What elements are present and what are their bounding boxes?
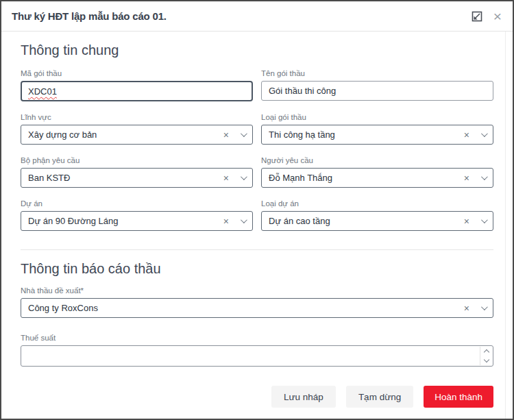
expand-icon[interactable] [472,11,482,22]
field-du-an: Dự án Dự án 90 Đường Láng × [21,199,253,231]
field-loai-goi-thau: Loại gói thầu Thi công hạ tầng × [261,113,493,145]
clear-icon[interactable]: × [464,217,469,226]
clear-icon[interactable]: × [464,130,469,140]
du-an-select[interactable]: Dự án 90 Đường Láng × [21,211,253,231]
field-label: Bộ phận yêu cầu [21,156,253,164]
chevron-down-icon[interactable] [481,173,488,180]
spinner-down-icon[interactable] [483,357,489,362]
complete-button[interactable]: Hoàn thành [424,386,493,408]
nha-thau-de-xuat-select[interactable]: Công ty RoxCons × [21,298,493,318]
field-nguoi-yeu-cau: Người yêu cầu Đỗ Mạnh Thắng × [261,156,493,188]
chevron-down-icon[interactable] [481,304,488,310]
clear-icon[interactable]: × [223,217,229,226]
nguoi-yeu-cau-select[interactable]: Đỗ Mạnh Thắng × [261,168,493,188]
section-divider [21,249,493,250]
loai-du-an-select[interactable]: Dự án cao tầng × [261,211,493,231]
select-value: Dự án cao tầng [269,216,464,226]
select-value: Ban KSTĐ [28,173,223,183]
chevron-down-icon[interactable] [241,173,247,180]
scrollbar-track[interactable] [505,32,506,419]
clear-icon[interactable]: × [223,130,229,140]
header-icons: × [472,11,502,22]
loai-goi-thau-select[interactable]: Thi công hạ tầng × [261,125,493,145]
select-value: Dự án 90 Đường Láng [28,216,223,226]
field-label: Thuế suất [21,334,493,342]
section-title-report: Thông tin báo cáo thầu [21,261,493,277]
field-label: Loại dự án [261,199,493,208]
select-value: Xây dựng cơ bản [28,129,223,140]
field-bo-phan-yeu-cau: Bộ phận yêu cầu Ban KSTĐ × [21,156,253,188]
dialog-title: Thư ký HĐT lập mẫu báo cáo 01. [12,10,167,22]
save-draft-button[interactable]: Lưu nháp [271,386,336,408]
field-label: Lĩnh vực [21,113,253,121]
dialog-header: Thư ký HĐT lập mẫu báo cáo 01. × [1,1,513,32]
field-loai-du-an: Loại dự án Dự án cao tầng × [261,199,493,231]
clear-icon[interactable]: × [464,173,469,183]
thue-suat-input[interactable] [21,345,493,367]
section-title-general: Thông tin chung [21,42,493,58]
select-value: Công ty RoxCons [28,303,464,313]
field-label: Tên gói thầu [261,69,493,77]
number-spinner [480,347,492,365]
field-label: Người yêu cầu [261,156,493,164]
chevron-down-icon[interactable] [241,130,247,137]
chevron-down-icon[interactable] [241,217,247,223]
field-nha-thau-de-xuat: Nhà thầu đề xuất* Công ty RoxCons × [21,286,493,318]
field-linh-vuc: Lĩnh vực Xây dựng cơ bản × [21,113,253,145]
close-icon[interactable]: × [493,11,502,22]
general-fields-grid: Mã gói thầu XDC01 Tên gói thầu Lĩnh vực … [21,69,493,231]
ma-goi-thau-value: XDC01 [28,86,57,97]
pause-button[interactable]: Tạm dừng [346,386,413,408]
field-label: Loại gói thầu [261,113,493,121]
select-value: Đỗ Mạnh Thắng [269,173,464,183]
field-label: Mã gói thầu [21,69,253,77]
dialog-footer: Lưu nháp Tạm dừng Hoàn thành [21,373,493,408]
ma-goi-thau-input[interactable]: XDC01 [21,81,253,101]
thue-suat-wrap [21,345,493,367]
select-value: Thi công hạ tầng [269,129,464,140]
field-thue-suat: Thuế suất [21,334,493,367]
bo-phan-yeu-cau-select[interactable]: Ban KSTĐ × [21,168,253,188]
field-label: Dự án [21,199,253,208]
field-ma-goi-thau: Mã gói thầu XDC01 [21,69,253,101]
ten-goi-thau-input[interactable] [261,81,493,101]
spinner-up-icon[interactable] [483,349,489,355]
field-ten-goi-thau: Tên gói thầu [261,69,493,101]
dialog-body: Thông tin chung Mã gói thầu XDC01 Tên gó… [1,32,513,419]
clear-icon[interactable]: × [464,304,469,313]
chevron-down-icon[interactable] [481,130,488,137]
linh-vuc-select[interactable]: Xây dựng cơ bản × [21,125,253,145]
chevron-down-icon[interactable] [481,217,488,223]
field-label: Nhà thầu đề xuất* [21,286,493,295]
clear-icon[interactable]: × [223,173,229,183]
